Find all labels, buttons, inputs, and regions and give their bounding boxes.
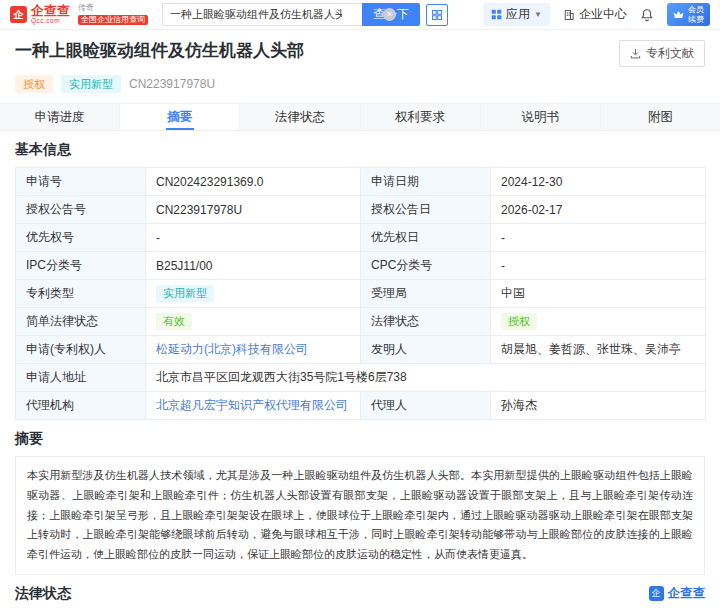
table-label: 代理人 [361,392,491,420]
qcc-logo-icon: 企 [10,6,27,23]
table-label: 授权公告号 [16,196,146,224]
tab-description[interactable]: 说明书 [481,104,601,130]
tab-legal-status[interactable]: 法律状态 [240,104,360,130]
search-input[interactable] [162,3,362,26]
slogan: 传奇 全国企业信用查询 [78,4,148,25]
qcc-logo-text: 企查查 [31,4,70,17]
table-value: 松延动力(北京)科技有限公司 [146,336,361,364]
table-label: 发明人 [361,336,491,364]
tab-drawings[interactable]: 附图 [601,104,720,130]
table-value: 2024-12-30 [491,168,706,196]
table-row: 申请人地址 北京市昌平区回龙观西大街35号院1号楼6层738 [16,364,706,392]
table-label: 简单法律状态 [16,308,146,336]
apps-menu[interactable]: 应用 ▼ [483,3,550,26]
patent-doc-button-label: 专利文献 [646,45,694,62]
qcc-brand-logo: 企 企查查 [649,585,706,602]
download-icon [630,48,641,59]
table-label: 代理机构 [16,392,146,420]
vip-label-line1: 会员 [688,5,704,15]
table-value: 中国 [491,280,706,308]
table-row: 申请(专利权)人 松延动力(北京)科技有限公司 发明人 胡晨旭、姜哲源、张世珠、… [16,336,706,364]
table-label: IPC分类号 [16,252,146,280]
table-value: B25J11/00 [146,252,361,280]
table-label: 优先权号 [16,224,146,252]
table-label: 申请日期 [361,168,491,196]
table-label: 授权公告日 [361,196,491,224]
table-row: 申请号 CN202423291369.0 申请日期 2024-12-30 [16,168,706,196]
table-row: IPC分类号 B25J11/00 CPC分类号 - [16,252,706,280]
grid-icon [491,9,502,20]
agency-link[interactable]: 北京超凡宏宇知识产权代理有限公司 [156,398,348,412]
qcc-brand-text: 企查查 [668,585,706,602]
table-value: - [491,252,706,280]
slogan-top-text: 传奇 [78,4,148,12]
qcc-brand-icon: 企 [649,586,664,601]
table-value: - [146,224,361,252]
legal-status-section: 法律状态 企 企查查 [0,575,720,603]
table-value: 孙海杰 [491,392,706,420]
table-label: 法律状态 [361,308,491,336]
table-row: 优先权号 - 优先权日 - [16,224,706,252]
abstract-title: 摘要 [15,430,705,448]
patent-doc-button[interactable]: 专利文献 [619,40,705,67]
search-clear-icon[interactable]: × [383,8,396,21]
qcc-logo-domain: Qcc.com [31,18,70,25]
table-label: 优先权日 [361,224,491,252]
table-label: 受理局 [361,280,491,308]
table-row: 授权公告号 CN223917978U 授权公告日 2026-02-17 [16,196,706,224]
status-badge: 授权 [15,75,53,93]
legal-status-cell-badge: 授权 [501,313,537,330]
crown-icon [673,10,684,19]
table-row: 代理机构 北京超凡宏宇知识产权代理有限公司 代理人 孙海杰 [16,392,706,420]
header-right-nav: 应用 ▼ 企业中心 会员 [483,3,710,26]
legal-status-title: 法律状态 [15,585,71,603]
table-row: 简单法律状态 有效 法律状态 授权 [16,308,706,336]
notification-bell-button[interactable] [640,8,654,22]
table-value: 有效 [146,308,361,336]
batch-search-icon [431,9,443,21]
page-title: 一种上眼睑驱动组件及仿生机器人头部 [15,40,304,62]
table-value: 实用新型 [146,280,361,308]
table-value: CN223917978U [146,196,361,224]
applicant-link[interactable]: 松延动力(北京)科技有限公司 [156,342,308,356]
table-value: 授权 [491,308,706,336]
table-label: 申请人地址 [16,364,146,392]
vip-renew-badge[interactable]: 会员 续费 [667,3,710,26]
qcc-logo[interactable]: 企 企查查 Qcc.com [10,4,70,25]
table-label: 申请号 [16,168,146,196]
table-value: 北京超凡宏宇知识产权代理有限公司 [146,392,361,420]
enterprise-center-label: 企业中心 [579,6,627,23]
table-label: 专利类型 [16,280,146,308]
top-header: 企 企查查 Qcc.com 传奇 全国企业信用查询 × 查一下 [0,0,720,30]
tab-claims[interactable]: 权利要求 [361,104,481,130]
patent-number: CN223917978U [129,77,215,91]
vip-label-line2: 续费 [688,15,704,25]
title-section: 一种上眼睑驱动组件及仿生机器人头部 专利文献 授权 实用新型 CN2239179… [0,30,720,93]
table-row: 专利类型 实用新型 受理局 中国 [16,280,706,308]
basic-info-title: 基本信息 [15,141,705,159]
table-value: - [491,224,706,252]
apps-menu-label: 应用 [506,6,530,23]
tab-application-progress[interactable]: 申请进度 [0,104,120,130]
patent-type-cell-badge: 实用新型 [156,285,214,302]
basic-info-table: 申请号 CN202423291369.0 申请日期 2024-12-30 授权公… [15,167,706,420]
slogan-badge: 全国企业信用查询 [78,15,148,25]
abstract-text: 本实用新型涉及仿生机器人技术领域，尤其是涉及一种上眼睑驱动组件及仿生机器人头部。… [15,456,705,575]
abstract-section: 摘要 本实用新型涉及仿生机器人技术领域，尤其是涉及一种上眼睑驱动组件及仿生机器人… [0,420,720,575]
simple-legal-status-badge: 有效 [156,313,192,330]
enterprise-center-link[interactable]: 企业中心 [563,6,627,23]
table-value: 2026-02-17 [491,196,706,224]
bell-icon [640,8,654,22]
table-label: CPC分类号 [361,252,491,280]
table-value: CN202423291369.0 [146,168,361,196]
table-value: 北京市昌平区回龙观西大街35号院1号楼6层738 [146,364,706,392]
building-icon [563,9,575,21]
table-label: 申请(专利权)人 [16,336,146,364]
batch-search-button[interactable] [426,4,448,26]
patent-type-badge: 实用新型 [61,75,121,93]
chevron-down-icon: ▼ [534,10,542,19]
search-bar: × 查一下 [162,3,448,26]
tab-abstract[interactable]: 摘要 [120,104,240,130]
table-value: 胡晨旭、姜哲源、张世珠、吴沛亭 [491,336,706,364]
tab-bar: 申请进度 摘要 法律状态 权利要求 说明书 附图 [0,103,720,131]
